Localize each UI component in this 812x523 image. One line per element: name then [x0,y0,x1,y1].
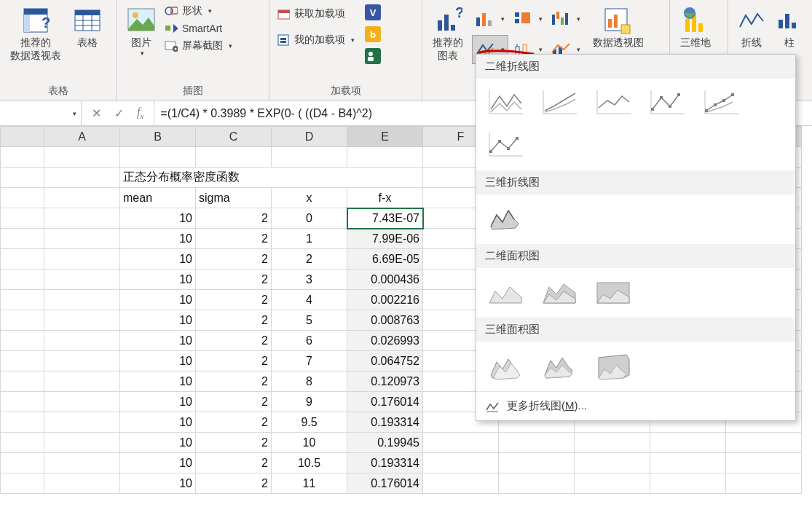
cell[interactable] [726,473,802,494]
col-header-c[interactable]: C [196,127,272,147]
cell[interactable]: 7 [272,351,347,371]
cell[interactable]: 10 [120,453,196,473]
cell[interactable]: 9 [272,392,347,412]
cell[interactable] [1,290,44,310]
cell[interactable]: 2 [196,290,272,310]
cell[interactable] [575,433,650,453]
select-all-corner[interactable] [1,127,44,147]
cell[interactable]: 4 [272,290,347,310]
header-x[interactable]: x [272,188,347,208]
pivot-chart-button[interactable]: 数据透视图 [587,3,650,51]
line-chart-option[interactable] [485,86,526,118]
cell[interactable]: 9.5 [272,412,347,433]
picture-button[interactable]: 图片 ▾ [121,3,162,59]
cell[interactable] [1,412,44,433]
col-header-b[interactable]: B [120,127,196,147]
100-stacked-line-markers-option[interactable] [485,128,526,160]
cell[interactable]: 0.000436 [347,270,423,290]
recommended-charts-button[interactable]: ? 推荐的 图表 [427,3,469,63]
cell[interactable] [44,412,120,433]
cell[interactable] [44,351,120,371]
cell[interactable]: 2 [196,351,272,371]
cell[interactable] [44,453,120,473]
cell[interactable] [499,473,575,494]
cell[interactable]: 3 [272,270,347,290]
cell[interactable] [1,331,44,351]
cell[interactable] [44,290,120,310]
cell[interactable] [44,270,120,290]
cell[interactable] [650,433,726,453]
accept-formula-icon[interactable]: ✓ [114,106,124,120]
cell[interactable]: 2 [196,453,272,473]
cell[interactable] [44,392,120,412]
cell[interactable] [1,453,44,473]
cell[interactable]: 2 [196,392,272,412]
get-addins-button[interactable]: 获取加载项 [274,7,358,20]
cell[interactable]: 2 [196,208,272,229]
stacked-line-markers-option[interactable] [701,86,741,118]
cell[interactable]: 2 [196,473,272,494]
cell[interactable]: 10 [120,371,196,392]
cell[interactable]: 2 [196,249,272,270]
waterfall-chart-button[interactable]: ▾ [548,4,584,34]
my-addins-button[interactable]: 我的加载项▾ [274,34,358,47]
title-cell[interactable]: 正态分布概率密度函数 [120,168,423,188]
col-header-d[interactable]: D [272,127,347,147]
cell[interactable] [1,270,44,290]
cell[interactable] [44,229,120,249]
cell[interactable] [726,453,802,473]
cell[interactable]: 10.5 [272,453,347,473]
bing-icon[interactable]: b [365,26,381,42]
cell[interactable]: 7.99E-06 [347,229,423,249]
cell[interactable]: 11 [272,473,347,494]
column-chart-button[interactable]: ▾ [472,4,508,34]
cell[interactable] [44,249,120,270]
cell[interactable]: 10 [120,270,196,290]
cell[interactable] [1,473,44,494]
cell[interactable]: 0.008763 [347,310,423,331]
cell[interactable]: 10 [120,473,196,494]
100-stacked-line-option[interactable] [593,86,634,118]
cell[interactable] [44,371,120,392]
sparkline-line-button[interactable]: 折线 [733,3,770,51]
cell[interactable] [1,208,44,229]
col-header-e[interactable]: E [347,127,423,147]
cell[interactable]: 0.193314 [347,412,423,433]
cell[interactable] [1,310,44,331]
header-mean[interactable]: mean [120,188,196,208]
cell[interactable] [1,351,44,371]
cell[interactable] [726,433,802,453]
cell[interactable]: 10 [120,229,196,249]
cell[interactable] [44,208,120,229]
header-sigma[interactable]: sigma [196,188,272,208]
cell[interactable] [499,453,575,473]
cell[interactable]: 1 [272,229,347,249]
cell[interactable]: 10 [120,249,196,270]
cell[interactable]: 6 [272,331,347,351]
cell[interactable] [44,331,120,351]
cell[interactable]: 2 [272,249,347,270]
people-graph-icon[interactable] [365,48,381,64]
cell[interactable]: 2 [196,433,272,453]
cell[interactable]: 10 [272,433,347,453]
cell[interactable]: 2 [196,229,272,249]
3d-stacked-area-option[interactable] [539,349,580,381]
3d-100-stacked-area-option[interactable] [593,349,634,381]
name-box[interactable]: ▾ [0,101,82,125]
sparkline-column-button[interactable]: 柱 [770,3,808,51]
line-markers-option[interactable] [647,86,687,118]
stacked-line-option[interactable] [539,86,580,118]
col-header-a[interactable]: A [44,127,120,147]
chevron-down-icon[interactable]: ▾ [73,110,76,117]
cell[interactable] [650,473,726,494]
recommended-pivot-button[interactable]: ? 推荐的 数据透视表 [4,3,67,63]
cell[interactable]: 6.69E-05 [347,249,423,270]
cell[interactable] [575,473,650,494]
cell[interactable]: 0.120973 [347,371,423,392]
cell[interactable]: 0.026993 [347,331,423,351]
cell[interactable] [1,392,44,412]
cell[interactable] [423,433,499,453]
cell[interactable]: 0.193314 [347,453,423,473]
cell[interactable]: 8 [272,371,347,392]
visio-icon[interactable]: V [365,4,381,20]
